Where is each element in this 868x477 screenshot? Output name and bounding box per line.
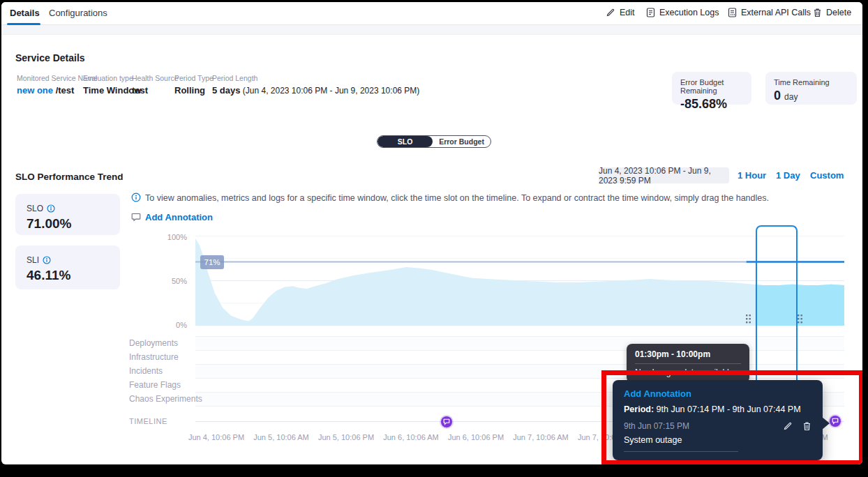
selection-left-handle[interactable] bbox=[745, 314, 751, 324]
range-1day-link[interactable]: 1 Day bbox=[776, 170, 800, 181]
toggle-slo[interactable]: SLO bbox=[377, 136, 433, 147]
date-range-chip[interactable]: Jun 4, 2023 10:06 PM - Jun 9, 2023 9:59 … bbox=[599, 167, 729, 183]
field-label: Health Source bbox=[132, 74, 179, 82]
speech-bubble-icon bbox=[832, 418, 839, 425]
delete-button[interactable]: Delete bbox=[813, 8, 851, 17]
time-remaining-unit: day bbox=[784, 92, 798, 102]
popup-period-label: Period: bbox=[624, 404, 654, 414]
field-health-source: Health Source test bbox=[132, 74, 179, 96]
sli-card-value: 46.11% bbox=[27, 268, 109, 283]
timeline-info-text: To view anomalies, metrics and logs for … bbox=[145, 193, 769, 203]
annotation-marker[interactable] bbox=[441, 416, 452, 427]
changes-tooltip: 01:30pm - 10:00pm No changes data availa… bbox=[627, 344, 749, 383]
top-tab-bar: Details Configurations Edit Execution Lo… bbox=[1, 2, 862, 25]
popup-annotation-text: System outage bbox=[624, 435, 811, 445]
time-remaining-label: Time Remaining bbox=[774, 78, 848, 86]
execution-logs-label: Execution Logs bbox=[659, 8, 719, 17]
slo-card-value: 71.00% bbox=[27, 216, 109, 232]
time-remaining-value: 0 bbox=[774, 89, 781, 103]
target-value-chip: 71% bbox=[200, 255, 224, 269]
y-tick-0: 0% bbox=[160, 321, 187, 329]
period-length-range: (Jun 4, 2023 10:06 PM - Jun 9, 2023 10:0… bbox=[240, 86, 419, 96]
y-tick-50: 50% bbox=[160, 277, 187, 285]
monitored-service-link[interactable]: new one bbox=[17, 85, 53, 96]
trend-title: SLO Performance Trend bbox=[15, 172, 124, 182]
field-value: test bbox=[132, 85, 179, 96]
row-label-deployments: Deployments bbox=[129, 338, 178, 348]
popup-period-value: 9th Jun 07:14 PM - 9th Jun 07:44 PM bbox=[654, 404, 801, 414]
delete-label: Delete bbox=[826, 8, 851, 17]
tab-configurations[interactable]: Configurations bbox=[49, 8, 107, 18]
error-budget-remaining-value: -85.68% bbox=[680, 97, 743, 112]
info-icon[interactable] bbox=[47, 204, 55, 213]
field-value: Rolling bbox=[174, 85, 214, 96]
error-budget-remaining-card: Error Budget Remaining -85.68% bbox=[672, 72, 751, 105]
timeline-label: TIMELINE bbox=[129, 417, 167, 425]
annotation-bubble-icon bbox=[131, 212, 141, 222]
execution-logs-button[interactable]: Execution Logs bbox=[646, 8, 719, 17]
annotation-marker-selected[interactable] bbox=[830, 416, 841, 427]
external-api-calls-label: External API Calls bbox=[741, 8, 811, 17]
slo-card-label: SLO bbox=[27, 204, 43, 213]
row-label-chaos-experiments: Chaos Experiments bbox=[129, 394, 202, 404]
tooltip-divider bbox=[635, 363, 741, 364]
x-axis-label: Jun 5, 10:06 AM bbox=[253, 433, 309, 441]
row-label-feature-flags: Feature Flags bbox=[129, 380, 181, 390]
speech-bubble-icon bbox=[443, 418, 450, 425]
trash-icon bbox=[813, 8, 822, 17]
popup-divider bbox=[624, 451, 738, 452]
row-label-infrastructure: Infrastructure bbox=[129, 352, 179, 362]
pencil-icon bbox=[606, 8, 615, 17]
toggle-error-budget[interactable]: Error Budget bbox=[433, 136, 491, 147]
service-details-title: Service Details bbox=[15, 52, 85, 63]
annotation-popup: Add Annotation Period: 9th Jun 07:14 PM … bbox=[613, 380, 823, 460]
field-label: Period Length bbox=[212, 74, 419, 82]
edit-label: Edit bbox=[620, 8, 635, 17]
field-period-type: Period Type Rolling bbox=[174, 74, 214, 96]
slo-trend-area-chart[interactable] bbox=[195, 236, 844, 326]
field-label: Period Type bbox=[174, 74, 214, 82]
row-label-incidents: Incidents bbox=[129, 366, 163, 376]
popup-add-annotation-link[interactable]: Add Annotation bbox=[624, 388, 811, 399]
slo-card: SLO 71.00% bbox=[15, 194, 120, 235]
document-icon bbox=[646, 8, 655, 17]
popup-arrow bbox=[822, 417, 830, 430]
section-divider-band bbox=[1, 25, 862, 35]
edit-annotation-icon[interactable] bbox=[783, 421, 793, 431]
tab-details[interactable]: Details bbox=[10, 8, 40, 18]
selection-right-handle[interactable] bbox=[797, 314, 803, 324]
period-length-value: 5 days bbox=[212, 85, 240, 96]
external-api-calls-button[interactable]: External API Calls bbox=[728, 8, 811, 17]
popup-entry-time: 9th Jun 07:15 PM bbox=[624, 421, 783, 431]
add-annotation-link[interactable]: Add Annotation bbox=[145, 212, 213, 222]
info-icon bbox=[131, 192, 141, 202]
range-custom-link[interactable]: Custom bbox=[810, 170, 844, 181]
y-tick-100: 100% bbox=[160, 233, 187, 241]
sli-card-label: SLI bbox=[27, 255, 39, 265]
x-axis-label: Jun 5, 10:06 PM bbox=[318, 433, 374, 441]
screenshot-stage: Details Configurations Edit Execution Lo… bbox=[0, 0, 868, 477]
field-period-length: Period Length 5 days (Jun 4, 2023 10:06 … bbox=[212, 74, 419, 96]
time-remaining-card: Time Remaining 0 day bbox=[765, 72, 857, 105]
info-icon[interactable] bbox=[43, 256, 51, 264]
delete-annotation-icon[interactable] bbox=[802, 421, 811, 431]
x-axis-label: Jun 6, 10:06 PM bbox=[448, 433, 504, 441]
sli-card: SLI 46.11% bbox=[15, 245, 120, 289]
view-toggle: SLO Error Budget bbox=[377, 135, 491, 148]
x-axis-label: Jun 4, 10:06 PM bbox=[188, 433, 244, 441]
tooltip-message: No changes data available bbox=[635, 368, 741, 377]
document-icon bbox=[728, 8, 737, 17]
edit-button[interactable]: Edit bbox=[606, 8, 635, 17]
range-1hour-link[interactable]: 1 Hour bbox=[738, 170, 766, 181]
row-divider bbox=[195, 336, 844, 337]
error-budget-remaining-label: Error Budget Remaining bbox=[680, 78, 743, 95]
app-window: Details Configurations Edit Execution Lo… bbox=[1, 2, 862, 464]
x-axis-label: Jun 7, 10:06 AM bbox=[513, 433, 569, 441]
x-axis-label: Jun 6, 10:06 AM bbox=[383, 433, 439, 441]
tooltip-time-range: 01:30pm - 10:00pm bbox=[635, 349, 741, 359]
monitored-service-suffix: /test bbox=[53, 85, 74, 96]
